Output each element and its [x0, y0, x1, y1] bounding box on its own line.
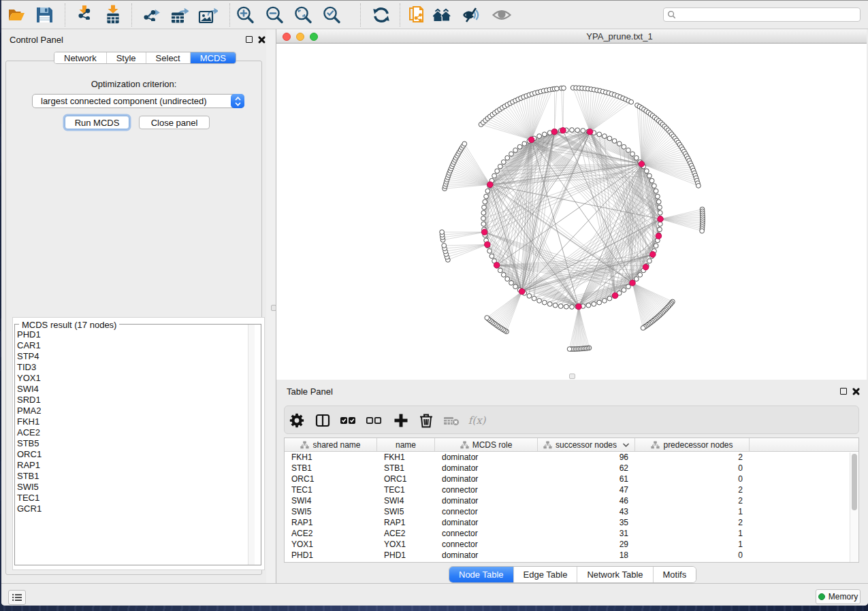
mcds-result-item[interactable]: ACE2 — [16, 427, 247, 438]
network-ring-node[interactable] — [649, 178, 654, 183]
tab-motifs[interactable]: Motifs — [654, 567, 696, 582]
tab-node-table[interactable]: Node Table — [449, 567, 514, 582]
network-hub-node[interactable] — [519, 288, 525, 295]
network-ring-node[interactable] — [658, 205, 662, 210]
tab-network[interactable]: Network — [54, 52, 107, 63]
network-ring-node[interactable] — [483, 199, 487, 204]
network-leaf-node[interactable] — [641, 326, 645, 331]
network-ring-node[interactable] — [537, 299, 542, 303]
network-hub-node[interactable] — [551, 129, 558, 135]
network-ring-node[interactable] — [630, 152, 635, 156]
show-all-icon[interactable] — [491, 4, 513, 26]
network-ring-node[interactable] — [509, 152, 514, 156]
zoom-out-icon[interactable] — [263, 4, 285, 26]
network-hub-node[interactable] — [576, 303, 582, 310]
network-hub-node[interactable] — [643, 264, 649, 270]
network-ring-node[interactable] — [513, 148, 518, 152]
network-hub-node[interactable] — [650, 252, 656, 258]
network-ring-node[interactable] — [489, 254, 494, 259]
import-table-icon[interactable] — [102, 4, 124, 26]
vertical-splitter-handle[interactable] — [271, 305, 276, 311]
network-ring-node[interactable] — [509, 280, 514, 285]
mcds-result-item[interactable]: TID3 — [16, 362, 247, 373]
network-ring-node[interactable] — [656, 199, 661, 204]
delete-column-icon[interactable] — [416, 410, 436, 431]
network-ring-node[interactable] — [482, 205, 487, 210]
network-leaf-node[interactable] — [462, 142, 467, 146]
vertical-splitter[interactable] — [266, 29, 276, 583]
network-ring-node[interactable] — [597, 132, 602, 137]
network-ring-node[interactable] — [481, 216, 486, 221]
network-ring-node[interactable] — [622, 144, 626, 149]
network-ring-node[interactable] — [498, 268, 502, 273]
export-image-icon[interactable] — [197, 4, 219, 26]
mcds-result-item[interactable]: FKH1 — [16, 416, 247, 427]
mcds-result-item[interactable]: STB1 — [16, 471, 247, 482]
mcds-result-item[interactable]: SWI5 — [16, 482, 247, 493]
save-session-icon[interactable] — [33, 4, 55, 26]
network-ring-node[interactable] — [484, 194, 489, 199]
network-ring-node[interactable] — [658, 227, 662, 232]
table-row[interactable]: STB1STB1dominator620 — [285, 463, 858, 474]
tab-mcds[interactable]: MCDS — [191, 52, 236, 63]
network-ring-node[interactable] — [626, 284, 631, 289]
panel-list-button[interactable] — [8, 590, 26, 605]
network-ring-node[interactable] — [602, 134, 607, 139]
float-table-panel-icon[interactable] — [840, 388, 847, 395]
network-ring-node[interactable] — [634, 277, 639, 282]
network-ring-node[interactable] — [495, 169, 500, 174]
new-network-from-selection-icon[interactable] — [406, 4, 428, 26]
network-ring-node[interactable] — [626, 148, 631, 152]
network-window-titlebar[interactable]: YPA_prune.txt_1 — [276, 29, 867, 44]
close-table-panel-icon[interactable] — [852, 388, 860, 395]
mcds-result-item[interactable]: SRD1 — [16, 395, 247, 406]
select-all-columns-icon[interactable] — [338, 410, 358, 431]
table-row[interactable]: ORC1ORC1dominator610 — [285, 474, 858, 484]
network-leaf-node[interactable] — [700, 229, 705, 233]
table-row[interactable]: TEC1TEC1connector472 — [285, 484, 858, 495]
mcds-result-item[interactable]: STB5 — [16, 438, 247, 449]
network-leaf-node[interactable] — [567, 347, 572, 352]
network-hub-node[interactable] — [481, 229, 487, 235]
network-hub-node[interactable] — [612, 293, 618, 299]
network-ring-node[interactable] — [501, 273, 506, 278]
network-ring-node[interactable] — [607, 296, 612, 301]
run-mcds-button[interactable]: Run MCDS — [65, 116, 129, 129]
close-panel-button[interactable]: Close panel — [139, 116, 210, 129]
mcds-result-item[interactable]: ORC1 — [16, 449, 247, 460]
network-ring-node[interactable] — [513, 284, 518, 289]
import-network-icon[interactable] — [74, 4, 95, 26]
column-header-MCDS-role[interactable]: MCDS role — [435, 438, 538, 451]
network-ring-node[interactable] — [658, 210, 662, 215]
network-ring-node[interactable] — [492, 174, 497, 178]
open-session-icon[interactable] — [5, 4, 27, 26]
mcds-result-item[interactable]: TEC1 — [16, 493, 247, 503]
mcds-result-list[interactable]: PHD1CAR1STP4TID3YOX1SWI4SRD1PMA2FKH1ACE2… — [16, 329, 247, 514]
table-row[interactable]: PHD1PHD1dominator180 — [285, 550, 858, 561]
network-ring-node[interactable] — [597, 300, 602, 305]
window-zoom-button[interactable] — [310, 33, 318, 41]
network-ring-node[interactable] — [612, 139, 617, 144]
network-ring-node[interactable] — [522, 142, 527, 146]
table-options-gear-icon[interactable] — [287, 410, 307, 431]
network-ring-node[interactable] — [481, 210, 486, 215]
network-hub-node[interactable] — [494, 262, 500, 268]
column-header-shared-name[interactable]: shared name — [285, 438, 377, 451]
mcds-list-scrollbar[interactable] — [248, 325, 255, 565]
memory-button[interactable]: Memory — [816, 589, 861, 604]
network-ring-node[interactable] — [505, 156, 510, 161]
export-table-icon[interactable] — [167, 4, 189, 26]
network-leaf-node[interactable] — [555, 86, 560, 91]
network-leaf-node[interactable] — [442, 244, 447, 248]
network-leaf-node[interactable] — [629, 100, 634, 105]
column-header-name[interactable]: name — [377, 438, 435, 451]
network-ring-node[interactable] — [586, 303, 591, 308]
network-ring-node[interactable] — [532, 296, 536, 301]
network-leaf-node[interactable] — [485, 316, 489, 320]
network-ring-node[interactable] — [607, 136, 612, 141]
column-header-predecessor-nodes[interactable]: predecessor nodes — [635, 438, 750, 451]
table-row[interactable]: SWI5SWI5connector431 — [285, 506, 858, 517]
network-ring-node[interactable] — [542, 300, 547, 305]
network-ring-node[interactable] — [537, 134, 542, 139]
network-ring-node[interactable] — [570, 128, 575, 133]
